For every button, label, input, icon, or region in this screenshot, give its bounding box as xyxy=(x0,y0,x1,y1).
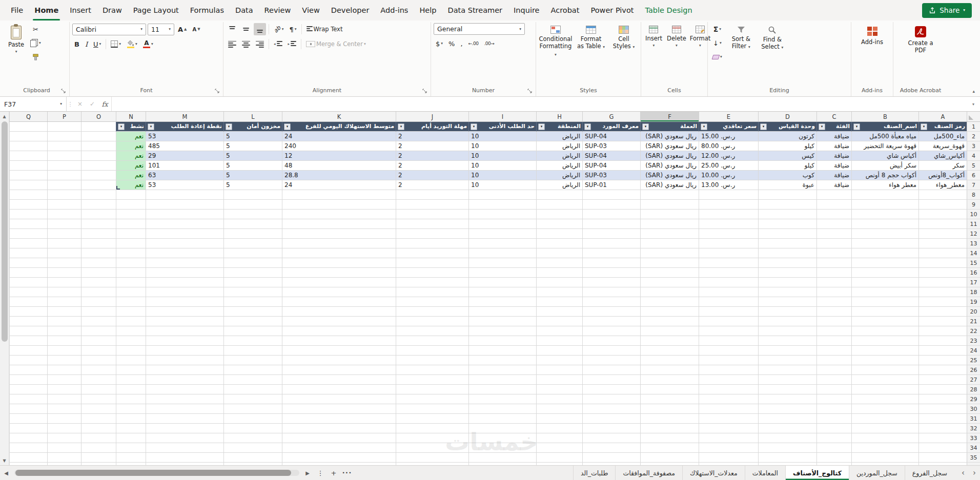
cell-N32[interactable] xyxy=(116,424,146,433)
cell-P7[interactable] xyxy=(47,180,81,190)
cell-G6[interactable]: SUP-03 xyxy=(582,171,640,180)
cell-A2[interactable]: ماء_500مل xyxy=(918,132,967,141)
cell-J24[interactable] xyxy=(396,346,468,356)
cell-A6[interactable]: أكواب_8أونص xyxy=(918,171,967,180)
cell-I28[interactable] xyxy=(468,385,536,394)
cell-N34[interactable] xyxy=(116,443,146,453)
cell-A12[interactable] xyxy=(918,229,967,239)
cell-Q20[interactable] xyxy=(9,307,47,317)
cell-N27[interactable] xyxy=(116,375,146,385)
cell-P21[interactable] xyxy=(47,317,81,326)
row-header-26[interactable]: 26 xyxy=(967,365,980,375)
cell-O1[interactable] xyxy=(81,122,116,132)
menu-tab-insert[interactable]: Insert xyxy=(64,0,97,20)
menu-tab-power-pivot[interactable]: Power Pivot xyxy=(585,0,639,20)
cell-L13[interactable] xyxy=(223,239,282,248)
cell-F13[interactable] xyxy=(640,239,699,248)
cell-P6[interactable] xyxy=(47,171,81,180)
cell-E12[interactable] xyxy=(699,229,758,239)
cell-C10[interactable] xyxy=(816,210,851,219)
cell-O30[interactable] xyxy=(81,404,116,414)
underline-button[interactable]: U▾ xyxy=(91,38,103,50)
cell-D27[interactable] xyxy=(758,375,816,385)
cell-L32[interactable] xyxy=(223,424,282,433)
cell-Q29[interactable] xyxy=(9,394,47,404)
cell-J7[interactable]: 2 xyxy=(396,180,468,190)
filter-button-J[interactable]: ▾ xyxy=(398,123,404,130)
new-sheet-button[interactable]: + xyxy=(327,466,340,480)
table-header-K[interactable]: متوسط الاستهلاك اليومي للفرع▾ xyxy=(282,122,396,132)
cell-D24[interactable] xyxy=(758,346,816,356)
cell-F3[interactable]: ريال سعودي (SAR) xyxy=(640,141,699,151)
cell-Q35[interactable] xyxy=(9,453,47,463)
cell-L22[interactable] xyxy=(223,326,282,336)
cell-Q21[interactable] xyxy=(9,317,47,326)
cell-P11[interactable] xyxy=(47,219,81,229)
cell-M8[interactable] xyxy=(146,190,223,200)
cell-B24[interactable] xyxy=(851,346,918,356)
conditional-formatting-button[interactable]: Conditional Formatting ▾ xyxy=(539,23,573,58)
cell-B23[interactable] xyxy=(851,336,918,346)
sheet-tab-2[interactable]: سجل_الموردين xyxy=(849,466,905,480)
cell-Q23[interactable] xyxy=(9,336,47,346)
cell-C12[interactable] xyxy=(816,229,851,239)
cell-M15[interactable] xyxy=(146,258,223,268)
cell-C17[interactable] xyxy=(816,278,851,287)
cell-M17[interactable] xyxy=(146,278,223,287)
cell-M31[interactable] xyxy=(146,414,223,424)
cell-H31[interactable] xyxy=(536,414,582,424)
cell-F15[interactable] xyxy=(640,258,699,268)
decrease-indent-button[interactable]: ◂ xyxy=(272,38,284,50)
cell-E26[interactable] xyxy=(699,365,758,375)
cell-B8[interactable] xyxy=(851,190,918,200)
cell-D32[interactable] xyxy=(758,424,816,433)
borders-button[interactable]: ▾ xyxy=(109,38,123,50)
fill-button[interactable]: ↓▾ xyxy=(710,37,724,49)
cell-O4[interactable] xyxy=(81,151,116,161)
cell-E15[interactable] xyxy=(699,258,758,268)
cell-L3[interactable]: 5 xyxy=(223,141,282,151)
cell-N30[interactable] xyxy=(116,404,146,414)
cell-J10[interactable] xyxy=(396,210,468,219)
cell-L16[interactable] xyxy=(223,268,282,278)
cell-M32[interactable] xyxy=(146,424,223,433)
cell-D6[interactable]: كوب xyxy=(758,171,816,180)
cell-F29[interactable] xyxy=(640,394,699,404)
cell-P28[interactable] xyxy=(47,385,81,394)
cell-Q1[interactable] xyxy=(9,122,47,132)
cell-K35[interactable] xyxy=(282,453,396,463)
cell-F20[interactable] xyxy=(640,307,699,317)
cell-M3[interactable]: 485 xyxy=(146,141,223,151)
cell-H29[interactable] xyxy=(536,394,582,404)
cell-M10[interactable] xyxy=(146,210,223,219)
filter-button-N[interactable]: ▾ xyxy=(118,123,125,130)
cell-H28[interactable] xyxy=(536,385,582,394)
cell-G19[interactable] xyxy=(582,297,640,307)
cell-L2[interactable]: 5 xyxy=(223,132,282,141)
font-dialog-launcher[interactable] xyxy=(213,87,220,94)
row-header-24[interactable]: 24 xyxy=(967,346,980,356)
cell-F9[interactable] xyxy=(640,200,699,210)
cell-N22[interactable] xyxy=(116,326,146,336)
cell-L19[interactable] xyxy=(223,297,282,307)
cell-N9[interactable] xyxy=(116,200,146,210)
cell-O19[interactable] xyxy=(81,297,116,307)
cell-F21[interactable] xyxy=(640,317,699,326)
cell-H30[interactable] xyxy=(536,404,582,414)
cell-G15[interactable] xyxy=(582,258,640,268)
cell-H11[interactable] xyxy=(536,219,582,229)
cell-N17[interactable] xyxy=(116,278,146,287)
cell-Q2[interactable] xyxy=(9,132,47,141)
cell-O16[interactable] xyxy=(81,268,116,278)
cell-B18[interactable] xyxy=(851,287,918,297)
sheet-tab-1[interactable]: سجل_الفروع xyxy=(905,466,954,480)
cell-E25[interactable] xyxy=(699,356,758,365)
cell-P26[interactable] xyxy=(47,365,81,375)
cell-N18[interactable] xyxy=(116,287,146,297)
cell-K13[interactable] xyxy=(282,239,396,248)
cell-K18[interactable] xyxy=(282,287,396,297)
cell-Q25[interactable] xyxy=(9,356,47,365)
cell-E31[interactable] xyxy=(699,414,758,424)
cell-B20[interactable] xyxy=(851,307,918,317)
cell-O27[interactable] xyxy=(81,375,116,385)
